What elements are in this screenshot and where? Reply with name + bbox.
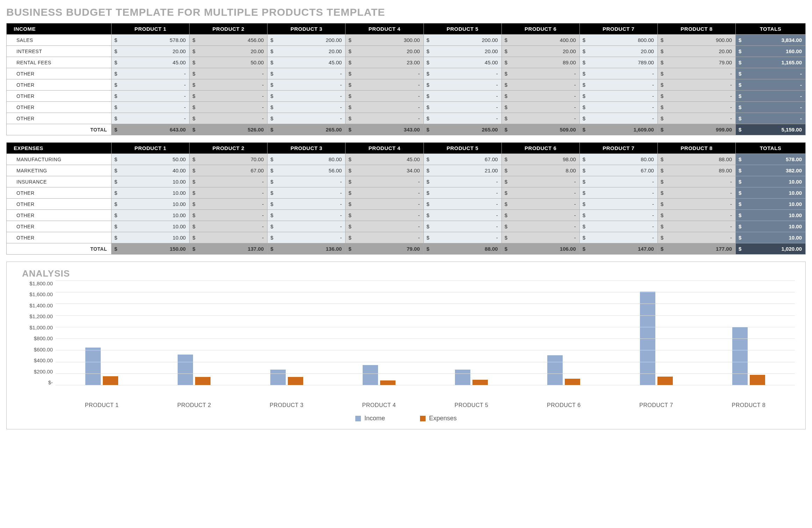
income-cell[interactable]: $- <box>501 102 579 113</box>
expenses-cell[interactable]: $- <box>579 187 657 199</box>
expenses-cell[interactable]: $- <box>190 221 268 232</box>
expenses-cell[interactable]: $- <box>346 210 423 221</box>
income-cell[interactable]: $800.00 <box>579 35 657 46</box>
expenses-cell[interactable]: $10.00 <box>112 210 190 221</box>
income-cell[interactable]: $- <box>190 113 268 124</box>
expenses-cell[interactable]: $50.00 <box>112 154 190 165</box>
expenses-cell[interactable]: $- <box>501 232 579 243</box>
income-cell[interactable]: $789.00 <box>579 57 657 68</box>
expenses-cell[interactable]: $- <box>423 210 501 221</box>
income-cell[interactable]: $- <box>423 68 501 79</box>
expenses-cell[interactable]: $- <box>579 221 657 232</box>
expenses-cell[interactable]: $- <box>501 221 579 232</box>
income-cell[interactable]: $20.00 <box>579 46 657 57</box>
expenses-cell[interactable]: $67.00 <box>423 154 501 165</box>
income-cell[interactable]: $- <box>657 113 735 124</box>
income-cell[interactable]: $200.00 <box>268 35 346 46</box>
expenses-cell[interactable]: $- <box>579 176 657 187</box>
income-cell[interactable]: $- <box>268 102 346 113</box>
income-cell[interactable]: $20.00 <box>346 46 423 57</box>
income-cell[interactable]: $- <box>657 68 735 79</box>
expenses-cell[interactable]: $- <box>657 221 735 232</box>
income-cell[interactable]: $578.00 <box>112 35 190 46</box>
income-cell[interactable]: $- <box>112 91 190 102</box>
income-cell[interactable]: $- <box>268 68 346 79</box>
income-cell[interactable]: $20.00 <box>268 46 346 57</box>
income-cell[interactable]: $- <box>501 113 579 124</box>
income-cell[interactable]: $89.00 <box>501 57 579 68</box>
expenses-cell[interactable]: $- <box>346 221 423 232</box>
income-cell[interactable]: $- <box>112 113 190 124</box>
expenses-cell[interactable]: $80.00 <box>268 154 346 165</box>
expenses-cell[interactable]: $- <box>423 232 501 243</box>
income-cell[interactable]: $45.00 <box>112 57 190 68</box>
income-cell[interactable]: $- <box>268 79 346 91</box>
expenses-cell[interactable]: $- <box>346 187 423 199</box>
income-cell[interactable]: $- <box>423 102 501 113</box>
expenses-cell[interactable]: $10.00 <box>112 199 190 210</box>
income-cell[interactable]: $45.00 <box>268 57 346 68</box>
income-cell[interactable]: $- <box>579 102 657 113</box>
expenses-cell[interactable]: $- <box>190 210 268 221</box>
expenses-cell[interactable]: $- <box>268 232 346 243</box>
expenses-cell[interactable]: $89.00 <box>657 165 735 176</box>
expenses-cell[interactable]: $- <box>423 221 501 232</box>
expenses-cell[interactable]: $34.00 <box>346 165 423 176</box>
income-cell[interactable]: $- <box>190 102 268 113</box>
expenses-cell[interactable]: $98.00 <box>501 154 579 165</box>
income-cell[interactable]: $- <box>423 79 501 91</box>
expenses-cell[interactable]: $88.00 <box>657 154 735 165</box>
income-cell[interactable]: $- <box>501 79 579 91</box>
expenses-cell[interactable]: $- <box>657 210 735 221</box>
income-cell[interactable]: $- <box>112 68 190 79</box>
income-cell[interactable]: $- <box>346 68 423 79</box>
income-cell[interactable]: $20.00 <box>501 46 579 57</box>
expenses-cell[interactable]: $- <box>268 210 346 221</box>
income-cell[interactable]: $- <box>657 79 735 91</box>
income-cell[interactable]: $900.00 <box>657 35 735 46</box>
expenses-cell[interactable]: $80.00 <box>579 154 657 165</box>
income-cell[interactable]: $23.00 <box>346 57 423 68</box>
expenses-cell[interactable]: $- <box>346 176 423 187</box>
expenses-cell[interactable]: $10.00 <box>112 221 190 232</box>
expenses-cell[interactable]: $- <box>657 187 735 199</box>
income-cell[interactable]: $- <box>346 113 423 124</box>
expenses-cell[interactable]: $10.00 <box>112 232 190 243</box>
expenses-cell[interactable]: $70.00 <box>190 154 268 165</box>
expenses-cell[interactable]: $67.00 <box>190 165 268 176</box>
income-cell[interactable]: $79.00 <box>657 57 735 68</box>
income-cell[interactable]: $200.00 <box>423 35 501 46</box>
expenses-cell[interactable]: $- <box>268 199 346 210</box>
income-cell[interactable]: $20.00 <box>190 46 268 57</box>
income-cell[interactable]: $300.00 <box>346 35 423 46</box>
income-cell[interactable]: $- <box>346 79 423 91</box>
expenses-cell[interactable]: $- <box>501 210 579 221</box>
expenses-cell[interactable]: $- <box>190 232 268 243</box>
income-cell[interactable]: $- <box>501 68 579 79</box>
expenses-cell[interactable]: $- <box>346 232 423 243</box>
income-cell[interactable]: $- <box>190 91 268 102</box>
expenses-cell[interactable]: $10.00 <box>112 187 190 199</box>
expenses-cell[interactable]: $- <box>268 221 346 232</box>
expenses-cell[interactable]: $40.00 <box>112 165 190 176</box>
income-cell[interactable]: $20.00 <box>112 46 190 57</box>
income-cell[interactable]: $- <box>579 91 657 102</box>
expenses-cell[interactable]: $- <box>423 187 501 199</box>
expenses-cell[interactable]: $- <box>346 199 423 210</box>
income-cell[interactable]: $- <box>190 68 268 79</box>
expenses-cell[interactable]: $8.00 <box>501 165 579 176</box>
income-cell[interactable]: $- <box>346 102 423 113</box>
income-cell[interactable]: $- <box>423 113 501 124</box>
income-cell[interactable]: $- <box>501 91 579 102</box>
expenses-cell[interactable]: $- <box>579 199 657 210</box>
income-cell[interactable]: $- <box>579 79 657 91</box>
expenses-cell[interactable]: $- <box>657 232 735 243</box>
income-cell[interactable]: $- <box>579 113 657 124</box>
income-cell[interactable]: $- <box>346 91 423 102</box>
expenses-cell[interactable]: $- <box>423 176 501 187</box>
income-cell[interactable]: $- <box>657 102 735 113</box>
expenses-cell[interactable]: $- <box>501 176 579 187</box>
expenses-cell[interactable]: $- <box>657 176 735 187</box>
income-cell[interactable]: $400.00 <box>501 35 579 46</box>
income-cell[interactable]: $50.00 <box>190 57 268 68</box>
